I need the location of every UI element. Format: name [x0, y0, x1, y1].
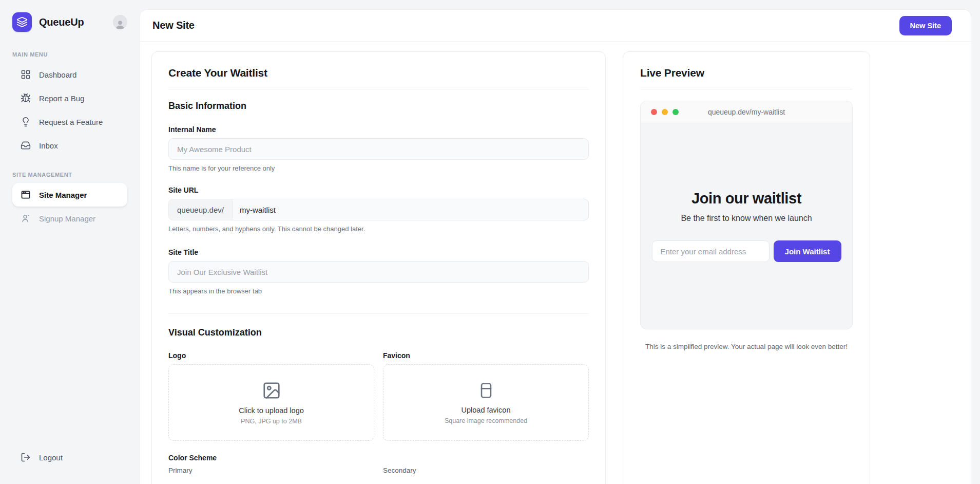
logo-dropzone[interactable]: Click to upload logo PNG, JPG up to 2MB: [168, 364, 374, 441]
live-preview-title: Live Preview: [640, 67, 853, 79]
favicon-label: Favicon: [383, 351, 589, 360]
inbox-icon: [21, 140, 31, 151]
preview-join-waitlist-button[interactable]: Join Waitlist: [774, 240, 841, 262]
favicon-upload-hint: Square image recommended: [445, 417, 527, 424]
site-title-input[interactable]: [168, 261, 589, 283]
site-management-section-label: SITE MANAGEMENT: [12, 172, 127, 178]
page-header: New Site New Site: [140, 10, 971, 42]
layers-icon: [16, 16, 28, 28]
color-scheme-label: Color Scheme: [168, 454, 589, 462]
sidebar-item-dashboard[interactable]: Dashboard: [12, 63, 127, 86]
preview-note: This is a simplified preview. Your actua…: [641, 342, 852, 352]
site-title-label: Site Title: [168, 248, 589, 256]
main-menu-section-label: MAIN MENU: [12, 51, 127, 58]
user-avatar[interactable]: [113, 15, 127, 29]
sidebar: QueueUp MAIN MENU Dashboard Report a Bug: [0, 0, 140, 484]
secondary-color-label: Secondary: [383, 467, 589, 474]
app-name: QueueUp: [39, 16, 84, 28]
divider: [640, 89, 853, 89]
site-url-helper: Letters, numbers, and hyphens only. This…: [168, 225, 589, 233]
queueup-logo: [12, 12, 32, 32]
brand: QueueUp: [12, 12, 127, 32]
logout-button[interactable]: Logout: [12, 446, 127, 469]
preview-email-input[interactable]: [652, 240, 770, 262]
upload-grid: Logo Click to upload logo PNG, JPG up to…: [168, 351, 589, 441]
user-plus-icon: [21, 213, 31, 224]
internal-name-helper: This name is for your reference only: [168, 164, 589, 172]
sidebar-item-request-a-feature[interactable]: Request a Feature: [12, 110, 127, 134]
image-icon: [262, 381, 281, 400]
divider: [168, 313, 589, 314]
bug-icon: [21, 93, 31, 103]
logout-label: Logout: [39, 453, 63, 462]
logo-upload-column: Logo Click to upload logo PNG, JPG up to…: [168, 351, 374, 441]
content-area: Create Your Waitlist Basic Information I…: [140, 42, 971, 484]
create-waitlist-card: Create Your Waitlist Basic Information I…: [151, 51, 606, 484]
sidebar-item-report-a-bug[interactable]: Report a Bug: [12, 86, 127, 110]
sidebar-item-signup-manager[interactable]: Signup Manager: [12, 207, 127, 230]
divider: [168, 89, 589, 89]
preview-headline: Join our waitlist: [691, 190, 801, 207]
favicon-upload-cta: Upload favicon: [462, 406, 511, 414]
lightbulb-icon: [21, 117, 31, 127]
preview-signup-form: Join Waitlist: [652, 240, 841, 262]
dashboard-grid-icon: [21, 69, 31, 80]
preview-page-body: Join our waitlist Be the first to know w…: [641, 123, 852, 329]
site-url-input[interactable]: [233, 199, 588, 220]
primary-color-label: Primary: [168, 467, 374, 474]
color-scheme-row: Primary Secondary: [168, 467, 589, 474]
sidebar-item-label: Site Manager: [39, 191, 87, 199]
sidebar-item-label: Inbox: [39, 141, 58, 150]
site-url-prefix: queueup.dev/: [169, 199, 233, 220]
browser-url: queueup.dev/my-waitlist: [641, 108, 852, 116]
sidebar-item-label: Dashboard: [39, 70, 76, 79]
new-site-button[interactable]: New Site: [899, 16, 952, 35]
favicon-upload-column: Favicon Upload favicon Square image reco…: [383, 351, 589, 441]
sidebar-item-inbox[interactable]: Inbox: [12, 134, 127, 157]
logout-icon: [21, 452, 31, 462]
site-url-group: queueup.dev/: [168, 199, 589, 220]
site-title-helper: This appears in the browser tab: [168, 287, 589, 295]
visual-customization-title: Visual Customization: [168, 327, 589, 338]
browser-titlebar: queueup.dev/my-waitlist: [641, 101, 852, 123]
sidebar-item-label: Signup Manager: [39, 214, 95, 223]
form-card-title: Create Your Waitlist: [168, 67, 589, 79]
logo-upload-cta: Click to upload logo: [239, 406, 304, 415]
sidebar-item-site-manager[interactable]: Site Manager: [12, 183, 127, 207]
browser-mockup: queueup.dev/my-waitlist Join our waitlis…: [640, 101, 853, 329]
internal-name-label: Internal Name: [168, 125, 589, 134]
preview-subheadline: Be the first to know when we launch: [681, 214, 812, 223]
internal-name-input[interactable]: [168, 138, 589, 160]
live-preview-card: Live Preview queueup.dev/my-waitlist Joi…: [623, 51, 870, 484]
basic-information-title: Basic Information: [168, 101, 589, 111]
page-title: New Site: [152, 20, 195, 31]
favicon-dropzone[interactable]: Upload favicon Square image recommended: [383, 364, 589, 441]
main-panel: New Site New Site Create Your Waitlist B…: [140, 9, 971, 484]
logo-label: Logo: [168, 351, 374, 360]
site-url-label: Site URL: [168, 186, 589, 194]
browser-window-icon: [21, 190, 31, 200]
sidebar-item-label: Request a Feature: [39, 118, 103, 126]
sidebar-item-label: Report a Bug: [39, 94, 84, 103]
favicon-frame-icon: [477, 381, 495, 400]
logo-upload-hint: PNG, JPG up to 2MB: [241, 418, 302, 425]
